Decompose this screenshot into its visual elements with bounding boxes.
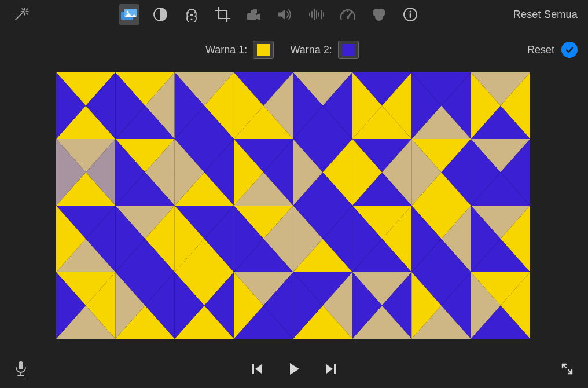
svg-rect-172 bbox=[334, 364, 336, 374]
color-controls: Warna 1: Warna 2: bbox=[205, 41, 359, 59]
video-overlay-tool-icon[interactable] bbox=[119, 4, 139, 25]
preview-viewer bbox=[56, 72, 530, 339]
svg-point-15 bbox=[194, 12, 196, 13]
svg-line-30 bbox=[348, 13, 351, 17]
color-1-well[interactable] bbox=[253, 41, 274, 59]
svg-line-7 bbox=[27, 13, 28, 15]
color-sub-toolbar: Warna 1: Warna 2: Reset bbox=[0, 36, 588, 64]
magic-wand-icon[interactable] bbox=[10, 4, 31, 25]
transport-controls bbox=[247, 358, 341, 379]
tool-strip bbox=[119, 4, 421, 25]
app-root: Reset Semua Warna 1: Warna 2: Reset bbox=[0, 0, 588, 388]
voiceover-mic-icon[interactable] bbox=[10, 358, 31, 379]
svg-rect-168 bbox=[19, 361, 23, 369]
pattern-canvas bbox=[56, 72, 530, 339]
color-2-well[interactable] bbox=[338, 41, 359, 59]
crop-tool-icon[interactable] bbox=[212, 4, 233, 25]
svg-rect-39 bbox=[410, 13, 411, 18]
svg-point-38 bbox=[409, 10, 411, 12]
bottom-bar bbox=[0, 350, 588, 388]
svg-rect-19 bbox=[247, 13, 256, 20]
reset-section: Reset bbox=[527, 42, 578, 58]
svg-line-0 bbox=[16, 12, 24, 20]
svg-line-5 bbox=[27, 9, 28, 10]
volume-tool-icon[interactable] bbox=[275, 4, 296, 25]
svg-point-14 bbox=[188, 12, 189, 13]
reset-all-label: Reset Semua bbox=[513, 9, 578, 20]
svg-point-17 bbox=[194, 15, 196, 17]
clip-filter-tool-icon[interactable] bbox=[369, 4, 389, 25]
svg-rect-20 bbox=[251, 10, 253, 13]
svg-line-8 bbox=[22, 9, 24, 10]
top-toolbar: Reset Semua bbox=[0, 0, 588, 29]
svg-point-36 bbox=[375, 13, 383, 21]
previous-frame-button[interactable] bbox=[247, 358, 267, 379]
reset-label[interactable]: Reset bbox=[527, 44, 554, 56]
fullscreen-toggle-icon[interactable] bbox=[557, 358, 578, 379]
svg-point-18 bbox=[190, 18, 192, 20]
stabilization-tool-icon[interactable] bbox=[244, 4, 264, 25]
svg-point-16 bbox=[186, 15, 188, 17]
color-1-label: Warna 1: bbox=[205, 44, 247, 56]
svg-point-11 bbox=[127, 11, 129, 13]
svg-point-13 bbox=[190, 14, 193, 17]
noise-reduction-tool-icon[interactable] bbox=[306, 4, 327, 25]
svg-rect-21 bbox=[253, 9, 257, 13]
color-balance-tool-icon[interactable] bbox=[150, 4, 171, 25]
play-button[interactable] bbox=[284, 358, 304, 379]
svg-rect-171 bbox=[252, 364, 254, 374]
svg-line-33 bbox=[352, 13, 353, 14]
color-2-swatch bbox=[342, 44, 355, 56]
reset-all-button[interactable]: Reset Semua bbox=[513, 9, 578, 21]
apply-checkmark-button[interactable] bbox=[561, 42, 578, 58]
color-2-label: Warna 2: bbox=[290, 44, 332, 56]
color-correction-tool-icon[interactable] bbox=[181, 4, 202, 25]
clip-information-icon[interactable] bbox=[400, 4, 421, 25]
speed-tool-icon[interactable] bbox=[337, 4, 358, 25]
next-frame-button[interactable] bbox=[321, 358, 341, 379]
svg-line-32 bbox=[343, 13, 344, 14]
color-1-swatch bbox=[257, 44, 270, 56]
